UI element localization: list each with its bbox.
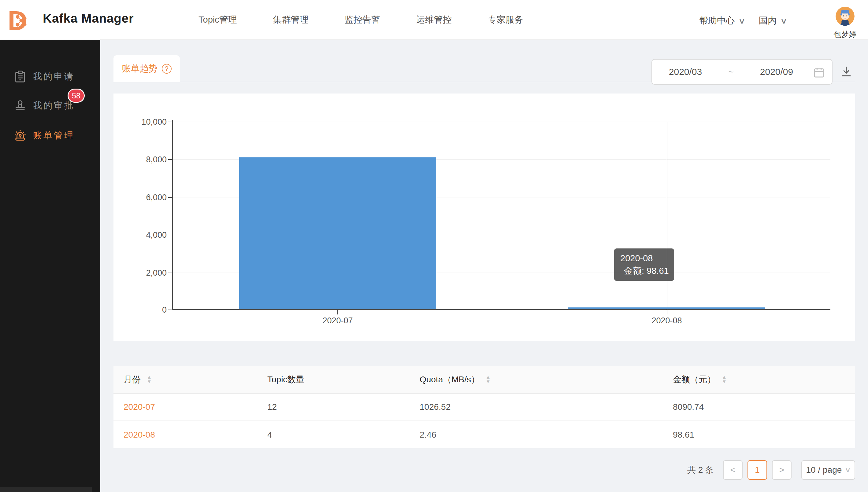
sidebar: 我的申请 我的审批 58 bbox=[0, 40, 100, 492]
y-tick-label: 8,000 bbox=[109, 155, 167, 165]
top-navbar: D Kafka Manager Topic管理 集群管理 监控告警 运维管控 专… bbox=[0, 0, 868, 40]
stamp-icon bbox=[14, 99, 27, 112]
sidebar-item-my-approvals[interactable]: 我的审批 bbox=[0, 95, 100, 117]
chart-tooltip: 2020-08 金额: 98.61 bbox=[614, 248, 674, 281]
page-1-button[interactable]: 1 bbox=[748, 460, 767, 480]
help-center-link[interactable]: 帮助中心∨ bbox=[699, 15, 745, 27]
tooltip-value: 金额: 98.61 bbox=[624, 264, 669, 277]
quota-value: 1026.52 bbox=[420, 394, 450, 420]
nav-item-topic[interactable]: Topic管理 bbox=[198, 14, 237, 26]
bar-2020-08[interactable] bbox=[568, 308, 765, 309]
column-header-topic-count: Topic数量 bbox=[267, 366, 304, 393]
column-header-amount[interactable]: 金额（元） ▲▼ bbox=[673, 366, 727, 393]
siren-icon bbox=[14, 129, 27, 142]
app-logo-icon[interactable]: D bbox=[8, 6, 35, 34]
column-header-quota[interactable]: Quota（MB/s） ▲▼ bbox=[420, 366, 491, 393]
chevron-down-icon: ∨ bbox=[845, 466, 851, 474]
sort-icon[interactable]: ▲▼ bbox=[722, 375, 727, 384]
month-link[interactable]: 2020-07 bbox=[123, 402, 155, 412]
bar-2020-07[interactable] bbox=[239, 157, 436, 309]
date-separator: ~ bbox=[719, 67, 743, 77]
amount-value: 98.61 bbox=[673, 421, 694, 448]
sort-icon[interactable]: ▲▼ bbox=[147, 375, 152, 384]
billing-table: 月份 ▲▼ Topic数量 Quota（MB/s） ▲▼ 金额（元） ▲▼ 20… bbox=[114, 366, 855, 448]
table-header-row: 月份 ▲▼ Topic数量 Quota（MB/s） ▲▼ 金额（元） ▲▼ bbox=[114, 366, 855, 394]
avatar bbox=[836, 7, 854, 26]
sidebar-item-billing[interactable]: 账单管理 bbox=[0, 125, 100, 147]
date-start-value[interactable]: 2020/03 bbox=[652, 67, 719, 77]
date-range-picker[interactable]: 2020/03 ~ 2020/09 bbox=[652, 59, 832, 85]
axis-pointer-line bbox=[667, 122, 667, 310]
username: 包梦婷 bbox=[828, 29, 862, 40]
y-tick-label: 2,000 bbox=[109, 268, 167, 278]
billing-trend-chart: 10,000 8,000 6,000 4,000 2,000 0 2020-07… bbox=[114, 94, 855, 341]
calendar-icon bbox=[813, 66, 825, 78]
y-tick-label: 4,000 bbox=[109, 230, 167, 240]
x-tick-label: 2020-07 bbox=[322, 316, 353, 325]
svg-text:D: D bbox=[8, 6, 27, 34]
sidebar-item-my-applications[interactable]: 我的申请 bbox=[0, 66, 100, 88]
y-axis-line bbox=[172, 120, 173, 310]
month-link[interactable]: 2020-08 bbox=[123, 430, 155, 440]
total-count: 共 2 条 bbox=[687, 464, 714, 476]
user-menu[interactable]: 包梦婷 bbox=[828, 7, 862, 40]
question-circle-icon[interactable]: ? bbox=[162, 64, 171, 74]
page-size-select[interactable]: 10 / page ∨ bbox=[801, 460, 855, 480]
nav-item-ops[interactable]: 运维管控 bbox=[416, 14, 452, 26]
chevron-down-icon: ∨ bbox=[738, 16, 746, 26]
nav-item-cluster[interactable]: 集群管理 bbox=[273, 14, 309, 26]
y-tick-label: 10,000 bbox=[109, 117, 167, 127]
tab-billing-trend[interactable]: 账单趋势 ? bbox=[114, 55, 180, 82]
nav-item-expert[interactable]: 专家服务 bbox=[488, 14, 523, 26]
approvals-count-badge: 58 bbox=[68, 89, 85, 103]
table-row: 2020-08 4 2.46 98.61 bbox=[114, 421, 855, 448]
next-page-button[interactable]: > bbox=[772, 460, 792, 480]
x-tick-label: 2020-08 bbox=[652, 316, 682, 325]
tab-label: 账单趋势 bbox=[122, 63, 158, 75]
app-title: Kafka Manager bbox=[43, 11, 134, 25]
main-nav: Topic管理 集群管理 监控告警 运维管控 专家服务 bbox=[198, 0, 523, 40]
pagination: 共 2 条 < 1 > 10 / page ∨ bbox=[114, 460, 855, 480]
page-root: D Kafka Manager Topic管理 集群管理 监控告警 运维管控 专… bbox=[0, 0, 868, 492]
sidebar-item-label: 我的审批 bbox=[33, 100, 75, 112]
nav-item-monitor[interactable]: 监控告警 bbox=[345, 14, 380, 26]
region-select[interactable]: 国内∨ bbox=[759, 15, 787, 27]
chart-plot-area: 10,000 8,000 6,000 4,000 2,000 0 2020-07… bbox=[173, 122, 830, 310]
amount-value: 8090.74 bbox=[673, 394, 704, 420]
y-tick-label: 0 bbox=[109, 305, 167, 315]
main-content: 账单趋势 ? 2020/03 ~ 2020/09 bbox=[100, 40, 868, 492]
sidebar-item-label: 我的申请 bbox=[33, 71, 75, 83]
topic-count-value: 4 bbox=[267, 421, 272, 448]
column-header-month[interactable]: 月份 ▲▼ bbox=[123, 366, 152, 393]
chevron-down-icon: ∨ bbox=[780, 16, 788, 26]
quota-value: 2.46 bbox=[420, 421, 437, 448]
topic-count-value: 12 bbox=[267, 394, 277, 420]
table-row: 2020-07 12 1026.52 8090.74 bbox=[114, 394, 855, 421]
download-icon[interactable] bbox=[840, 65, 853, 78]
clipboard-icon bbox=[14, 70, 27, 83]
prev-page-button[interactable]: < bbox=[723, 460, 743, 480]
sort-icon[interactable]: ▲▼ bbox=[486, 375, 491, 384]
tab-bar: 账单趋势 ? 2020/03 ~ 2020/09 bbox=[114, 55, 855, 82]
sidebar-collapse-bar[interactable] bbox=[0, 487, 92, 492]
date-end-value[interactable]: 2020/09 bbox=[743, 67, 810, 77]
y-tick-label: 6,000 bbox=[109, 193, 167, 202]
tooltip-title: 2020-08 bbox=[620, 252, 668, 264]
sidebar-item-label: 账单管理 bbox=[33, 129, 75, 142]
